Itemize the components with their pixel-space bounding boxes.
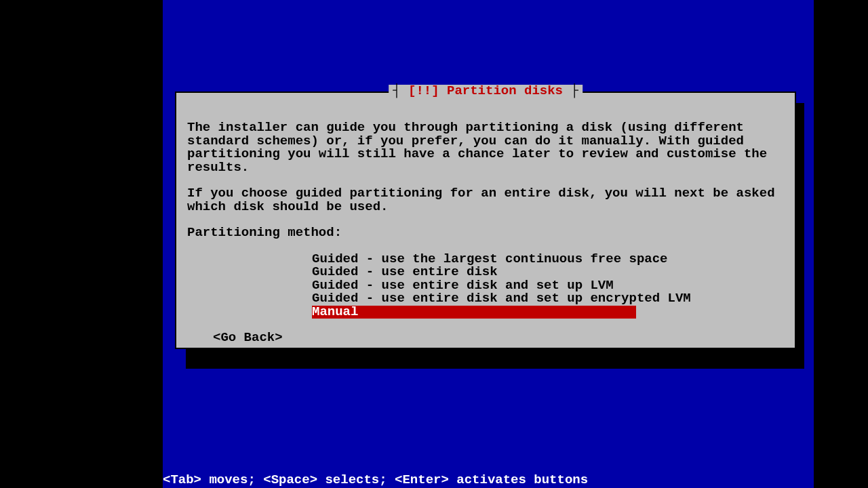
dialog-title: ┤ [!!] Partition disks ├	[389, 85, 583, 98]
intro-paragraph-2: If you choose guided partitioning for an…	[187, 187, 784, 214]
intro-paragraph-1: The installer can guide you through part…	[187, 121, 784, 174]
option-manual[interactable]: Manual	[312, 306, 636, 319]
title-open-bracket: ┤	[393, 83, 408, 98]
partitioning-prompt: Partitioning method:	[187, 226, 784, 240]
title-text: Partition disks	[439, 83, 563, 98]
title-close-bracket: ├	[563, 83, 578, 98]
go-back-button[interactable]: <Go Back>	[213, 331, 784, 345]
key-hint-bar: <Tab> moves; <Space> selects; <Enter> ac…	[163, 474, 588, 487]
partition-dialog: ┤ [!!] Partition disks ├ The installer c…	[175, 92, 796, 349]
title-bangs: [!!]	[408, 83, 439, 98]
option-guided-encrypted-lvm[interactable]: Guided - use entire disk and set up encr…	[312, 292, 636, 306]
partitioning-method-menu: Guided - use the largest continuous free…	[187, 253, 784, 319]
option-guided-entire-disk[interactable]: Guided - use entire disk	[312, 266, 636, 279]
dialog-body: The installer can guide you through part…	[176, 93, 795, 352]
